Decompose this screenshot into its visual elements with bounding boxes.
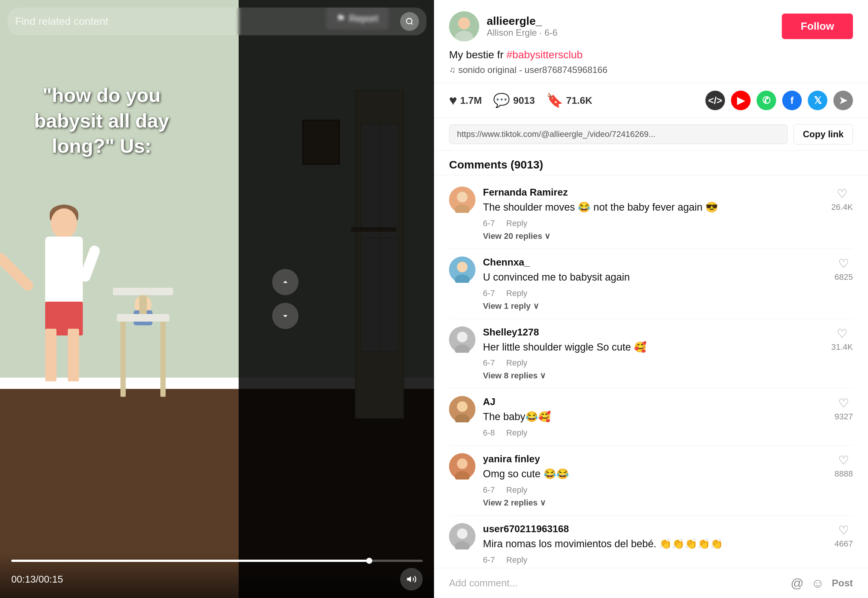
comment-like: ♡ 26.4K xyxy=(831,187,853,241)
like-icon[interactable]: ♡ xyxy=(838,453,849,467)
comment-input-area: @ ☺ Post xyxy=(434,568,868,598)
likes-count: 1.7M xyxy=(460,95,482,106)
like-count: 9327 xyxy=(834,412,853,422)
reply-button[interactable]: Reply xyxy=(506,358,527,368)
nav-down-button[interactable] xyxy=(272,303,298,329)
comment-date: 6-7 xyxy=(483,485,495,495)
search-input[interactable] xyxy=(15,15,400,27)
like-count: 6825 xyxy=(834,272,853,282)
like-icon[interactable]: ♡ xyxy=(838,396,849,410)
video-overlay-text: "how do you babysit all day long?" Us: xyxy=(30,83,173,159)
video-controls: 00:13/00:15 xyxy=(0,552,434,598)
comments-panel: allieergle_ Allison Ergle · 6-6 Follow M… xyxy=(434,0,868,598)
commenter-avatar xyxy=(449,396,475,422)
sound-label: sonido original - user8768745968166 xyxy=(458,65,608,75)
hashtag[interactable]: #babysittersclub xyxy=(506,49,582,61)
commenter-username: Chennxa_ xyxy=(483,257,827,268)
comment-date: 6-8 xyxy=(483,428,495,438)
comment-body: AJ The baby😂🥰 6-8 Reply xyxy=(483,396,827,438)
share-icons: </> ▶ ✆ f 𝕏 ➤ xyxy=(705,91,853,110)
reply-button[interactable]: Reply xyxy=(506,219,527,228)
youtube-share-icon[interactable]: ▶ xyxy=(731,91,751,110)
video-dark-overlay xyxy=(239,0,434,598)
like-icon[interactable]: ♡ xyxy=(838,257,849,271)
comment-item: Chennxa_ U convinced me to babysit again… xyxy=(449,249,853,319)
comment-meta: 6-7 Reply xyxy=(483,219,824,228)
comment-like: ♡ 6825 xyxy=(834,257,853,311)
sound-info: ♫ sonido original - user8768745968166 xyxy=(449,65,853,75)
emoji-icon[interactable]: ☺ xyxy=(811,576,824,590)
comments-count: 9013 xyxy=(513,95,535,106)
svg-point-0 xyxy=(407,18,412,24)
view-replies-label: View 20 replies xyxy=(483,231,542,241)
highchair xyxy=(113,288,173,401)
reply-button[interactable]: Reply xyxy=(506,288,527,298)
comment-text: U convinced me to babysit again xyxy=(483,270,827,285)
comment-date: 6-7 xyxy=(483,358,495,368)
highchair-leg1 xyxy=(120,322,126,397)
comment-item: Shelley1278 Her little shoulder wiggle S… xyxy=(449,319,853,389)
svg-point-20 xyxy=(457,528,468,539)
more-share-icon[interactable]: ➤ xyxy=(833,91,853,110)
svg-point-14 xyxy=(457,401,468,412)
saves-action[interactable]: 🔖 71.6K xyxy=(546,93,592,108)
chevron-down-icon: ∨ xyxy=(540,371,546,381)
follow-button[interactable]: Follow xyxy=(782,14,853,39)
comment-text: The baby😂🥰 xyxy=(483,410,827,424)
progress-bar[interactable] xyxy=(11,560,423,562)
panel-header: allieergle_ Allison Ergle · 6-6 Follow M… xyxy=(434,0,868,83)
code-share-icon[interactable]: </> xyxy=(705,91,725,110)
comments-header: Comments (9013) xyxy=(434,151,868,175)
like-icon[interactable]: ♡ xyxy=(838,523,849,537)
like-count: 4667 xyxy=(834,539,853,549)
nav-up-button[interactable] xyxy=(272,269,298,295)
comment-meta: 6-7 Reply xyxy=(483,288,827,298)
comment-input[interactable] xyxy=(449,577,783,589)
commenter-avatar xyxy=(449,326,475,353)
facebook-share-icon[interactable]: f xyxy=(782,91,802,110)
whatsapp-share-icon[interactable]: ✆ xyxy=(757,91,776,110)
url-text: https://www.tiktok.com/@allieergle_/vide… xyxy=(449,124,787,144)
search-icon[interactable] xyxy=(400,12,419,31)
svg-point-5 xyxy=(457,192,468,202)
view-replies-button[interactable]: View 1 reply ∨ xyxy=(483,301,827,311)
music-icon: ♫ xyxy=(449,65,455,75)
comment-like: ♡ 31.4K xyxy=(831,326,853,381)
comments-action[interactable]: 💬 9013 xyxy=(493,93,535,108)
chevron-down-icon: ∨ xyxy=(533,301,539,311)
url-bar: https://www.tiktok.com/@allieergle_/vide… xyxy=(434,118,868,151)
reply-button[interactable]: Reply xyxy=(506,485,527,495)
view-replies-button[interactable]: View 20 replies ∨ xyxy=(483,231,824,241)
bookmark-icon: 🔖 xyxy=(546,93,563,108)
heart-icon: ♥ xyxy=(449,93,457,108)
comment-date: 6-7 xyxy=(483,288,495,298)
mention-icon[interactable]: @ xyxy=(790,576,804,590)
view-replies-button[interactable]: View 2 replies ∨ xyxy=(483,498,827,508)
comment-text: Omg so cute 😂😂 xyxy=(483,467,827,481)
reply-button[interactable]: Reply xyxy=(506,555,527,565)
like-icon[interactable]: ♡ xyxy=(837,187,848,201)
person-head xyxy=(51,208,77,238)
saves-count: 71.6K xyxy=(566,95,592,106)
comment-body: user670211963168 Mira nomas los movimien… xyxy=(483,523,827,568)
comment-icon: 💬 xyxy=(493,93,510,108)
like-icon[interactable]: ♡ xyxy=(837,326,848,341)
comment-meta: 6-7 Reply xyxy=(483,358,824,368)
view-replies-label: View 1 reply xyxy=(483,301,531,311)
reply-button[interactable]: Reply xyxy=(506,428,527,438)
view-replies-button[interactable]: View 8 replies ∨ xyxy=(483,371,824,381)
likes-action[interactable]: ♥ 1.7M xyxy=(449,93,482,108)
volume-button[interactable] xyxy=(400,568,423,590)
comment-body: Chennxa_ U convinced me to babysit again… xyxy=(483,257,827,311)
highchair-leg2 xyxy=(160,322,166,397)
video-caption: My bestie fr #babysittersclub xyxy=(449,49,853,61)
twitter-share-icon[interactable]: 𝕏 xyxy=(808,91,827,110)
comment-meta: 6-7 Reply xyxy=(483,485,827,495)
comment-body: yanira finley Omg so cute 😂😂 6-7 Reply V… xyxy=(483,453,827,508)
commenter-avatar xyxy=(449,523,475,549)
action-bar: ♥ 1.7M 💬 9013 🔖 71.6K </> ▶ ✆ f 𝕏 ➤ xyxy=(434,83,868,118)
post-comment-button[interactable]: Post xyxy=(832,577,853,589)
search-bar[interactable] xyxy=(8,8,426,35)
comments-list: Fernanda Ramirez The shoulder moves 😂 no… xyxy=(434,175,868,568)
copy-link-button[interactable]: Copy link xyxy=(793,124,853,144)
